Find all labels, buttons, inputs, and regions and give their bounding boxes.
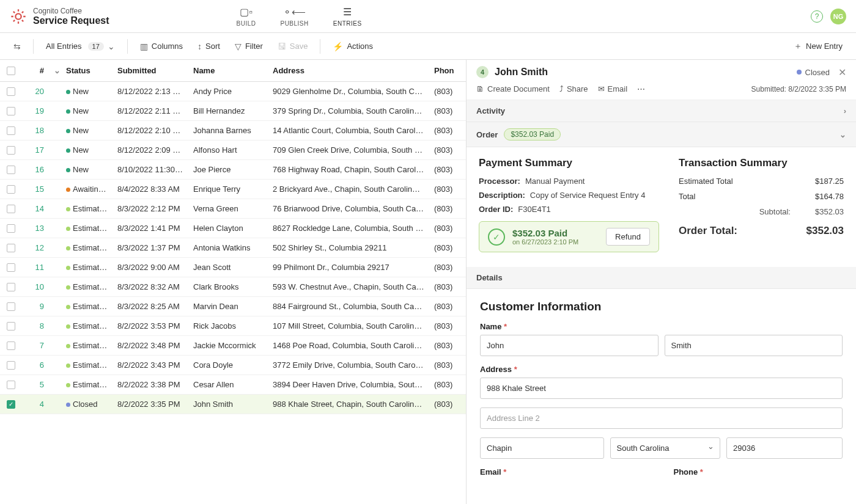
tab-entries[interactable]: ☰ ENTRIES — [328, 0, 367, 29]
row-checkbox[interactable] — [7, 361, 15, 370]
col-phone[interactable]: Phon — [429, 66, 466, 75]
help-icon[interactable]: ? — [811, 10, 823, 23]
row-checkbox[interactable] — [7, 126, 15, 135]
table-row[interactable]: 6Estimate a...8/2/2022 3:43 PMCora Doyle… — [0, 356, 466, 375]
row-name: Bill Hernandez — [188, 106, 268, 115]
more-icon[interactable]: ⋯ — [637, 84, 645, 93]
form-name: Service Request — [33, 15, 109, 26]
row-checkbox[interactable] — [7, 166, 15, 174]
col-address[interactable]: Address — [268, 66, 429, 75]
tab-publish[interactable]: ⚬⟵ PUBLISH — [275, 4, 313, 29]
col-number[interactable]: # — [22, 66, 49, 75]
all-entries-dropdown[interactable]: All Entries 17 ⌄ — [40, 38, 121, 55]
table-row[interactable]: 5Estimate ...8/2/2022 3:38 PMCesar Allen… — [0, 375, 466, 395]
table-row[interactable]: 19New8/12/2022 2:11 PMBill Hernandez379 … — [0, 101, 466, 121]
filter-icon: ▽ — [235, 42, 242, 51]
row-checkbox[interactable] — [7, 263, 15, 272]
row-phone: (803) — [429, 165, 466, 174]
activity-section[interactable]: Activity › — [467, 100, 856, 122]
save-button: 🖫Save — [271, 38, 314, 55]
avatar[interactable]: NG — [830, 9, 846, 24]
share-button[interactable]: ⤴Share — [559, 84, 588, 93]
row-checkbox[interactable] — [7, 107, 15, 115]
row-checkbox[interactable] — [7, 87, 15, 96]
table-row[interactable]: 12Estimate ...8/3/2022 1:37 PMAntonia Wa… — [0, 238, 466, 258]
sort-button[interactable]: ↕Sort — [191, 38, 226, 55]
orderid-label: Order ID: — [479, 205, 513, 214]
estimated-total-value: $187.25 — [815, 177, 844, 186]
filter-label: Filter — [245, 42, 263, 51]
col-submitted[interactable]: Submitted — [113, 66, 188, 75]
state-select[interactable]: South Carolina — [610, 437, 721, 459]
city-input[interactable] — [480, 437, 604, 459]
sort-indicator-icon[interactable]: ⌄ — [49, 66, 61, 75]
table-row[interactable]: 14Estimate ...8/3/2022 2:12 PMVerna Gree… — [0, 199, 466, 219]
row-number: 18 — [22, 126, 49, 135]
table-row[interactable]: 18New8/12/2022 2:10 PMJohanna Barnes14 A… — [0, 121, 466, 141]
email-button[interactable]: ✉Email — [598, 84, 628, 93]
row-status: Estimate ... — [61, 243, 113, 252]
logo-icon — [10, 8, 27, 25]
zip-input[interactable] — [726, 437, 843, 459]
select-all-checkbox[interactable] — [7, 67, 15, 75]
row-status: New — [61, 126, 113, 135]
row-checkbox[interactable] — [7, 244, 15, 252]
settings-icon-button[interactable]: ⇆ — [7, 38, 27, 55]
columns-button[interactable]: ▥Columns — [134, 38, 189, 55]
address-line1-input[interactable] — [480, 378, 843, 399]
table-row[interactable]: 11Estimate ...8/3/2022 9:00 AMJean Scott… — [0, 258, 466, 277]
order-section[interactable]: Order $352.03 Paid ⌄ — [467, 122, 856, 147]
row-checkbox[interactable] — [7, 205, 15, 213]
row-name: Joe Pierce — [188, 165, 268, 174]
entry-number-badge: 4 — [476, 66, 489, 78]
row-submitted: 8/3/2022 2:12 PM — [113, 204, 188, 213]
table-row[interactable]: 9Estimate ...8/3/2022 8:25 AMMarvin Dean… — [0, 297, 466, 316]
row-checkbox[interactable] — [7, 381, 15, 389]
table-row[interactable]: 13Estimate ...8/3/2022 1:41 PMHelen Clay… — [0, 219, 466, 238]
row-checkbox[interactable] — [7, 302, 15, 311]
table-row[interactable]: 8Estimate ...8/2/2022 3:53 PMRick Jacobs… — [0, 316, 466, 336]
row-checkbox[interactable] — [7, 146, 15, 155]
row-checkbox[interactable] — [7, 322, 15, 331]
row-checkbox[interactable] — [7, 224, 15, 233]
table-row[interactable]: 10Estimate ...8/3/2022 8:32 AMClark Broo… — [0, 277, 466, 297]
row-phone: (803) — [429, 243, 466, 252]
row-checkbox[interactable] — [7, 341, 15, 350]
row-status: Estimate ... — [61, 341, 113, 350]
table-row[interactable]: 17New8/12/2022 2:09 PMAlfonso Hart709 Gl… — [0, 141, 466, 160]
row-checkbox[interactable] — [7, 283, 15, 291]
col-status[interactable]: Status — [61, 66, 113, 75]
table-row[interactable]: 7Estimate ...8/2/2022 3:48 PMJackie Mcco… — [0, 336, 466, 356]
tab-build[interactable]: ▢▫ BUILD — [232, 4, 261, 29]
row-number: 7 — [22, 341, 49, 350]
filter-button[interactable]: ▽Filter — [229, 38, 269, 55]
col-name[interactable]: Name — [188, 66, 268, 75]
create-document-button[interactable]: 🗎Create Document — [476, 84, 550, 93]
refund-button[interactable]: Refund — [606, 228, 650, 246]
row-status: New — [61, 106, 113, 115]
table-row[interactable]: ✓4Closed8/2/2022 3:35 PMJohn Smith988 Kh… — [0, 395, 466, 414]
row-checkbox[interactable]: ✓ — [7, 400, 15, 409]
row-submitted: 8/4/2022 8:33 AM — [113, 184, 188, 194]
row-phone: (803) — [429, 321, 466, 331]
row-address: 502 Shirley St., Columbia 29211 — [268, 243, 429, 252]
email-icon: ✉ — [598, 84, 605, 93]
first-name-input[interactable] — [480, 335, 659, 356]
close-icon[interactable]: ✕ — [838, 67, 846, 78]
table-row[interactable]: 20New8/12/2022 2:13 PMAndy Price9029 Gle… — [0, 82, 466, 101]
toolbar: ⇆ All Entries 17 ⌄ ▥Columns ↕Sort ▽Filte… — [0, 33, 856, 60]
entries-count-badge: 17 — [88, 42, 104, 51]
last-name-input[interactable] — [665, 335, 843, 356]
header-title: Cognito Coffee Service Request — [33, 7, 109, 26]
row-name: Johanna Barnes — [188, 126, 268, 135]
row-phone: (803) — [429, 184, 466, 194]
table-row[interactable]: 15Awaiting ...8/4/2022 8:33 AMEnrique Te… — [0, 180, 466, 199]
table-row[interactable]: 16New8/10/2022 11:30 AMJoe Pierce768 Hig… — [0, 160, 466, 180]
address-line2-input[interactable] — [480, 407, 843, 429]
row-name: Antonia Watkins — [188, 243, 268, 252]
row-checkbox[interactable] — [7, 185, 15, 194]
details-section[interactable]: Details — [467, 267, 856, 289]
new-entry-button[interactable]: ＋New Entry — [788, 37, 849, 56]
row-submitted: 8/3/2022 1:41 PM — [113, 224, 188, 233]
actions-button[interactable]: ⚡Actions — [327, 38, 379, 55]
